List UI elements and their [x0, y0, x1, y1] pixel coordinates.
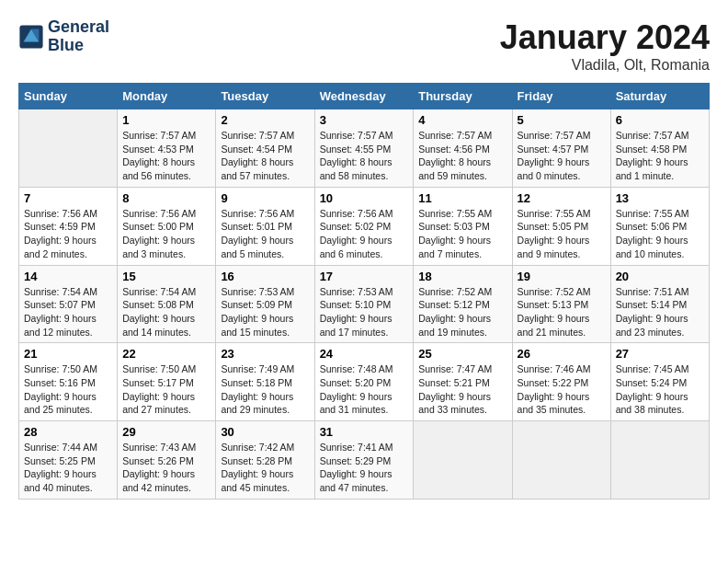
day-number: 8 [122, 191, 210, 205]
day-cell: 17Sunrise: 7:53 AMSunset: 5:10 PMDayligh… [314, 265, 414, 343]
day-cell [610, 421, 709, 500]
calendar-table: SundayMondayTuesdayWednesdayThursdayFrid… [18, 83, 710, 500]
day-number: 5 [518, 113, 606, 127]
day-cell: 6Sunrise: 7:57 AMSunset: 4:58 PMDaylight… [610, 109, 709, 188]
day-info: Sunrise: 7:50 AMSunset: 5:16 PMDaylight:… [24, 362, 112, 417]
title-block: January 2024 Vladila, Olt, Romania [500, 18, 710, 74]
day-number: 26 [518, 347, 606, 361]
page-header: General Blue January 2024 Vladila, Olt, … [18, 18, 710, 74]
day-cell: 22Sunrise: 7:50 AMSunset: 5:17 PMDayligh… [118, 343, 216, 421]
day-number: 1 [122, 113, 210, 127]
day-cell: 27Sunrise: 7:45 AMSunset: 5:24 PMDayligh… [610, 343, 709, 421]
day-info: Sunrise: 7:57 AMSunset: 4:53 PMDaylight:… [122, 129, 210, 183]
day-cell: 18Sunrise: 7:52 AMSunset: 5:12 PMDayligh… [414, 265, 512, 343]
day-cell [414, 421, 512, 500]
day-info: Sunrise: 7:57 AMSunset: 4:58 PMDaylight:… [616, 129, 704, 183]
day-info: Sunrise: 7:56 AMSunset: 5:02 PMDaylight:… [320, 207, 409, 261]
day-info: Sunrise: 7:42 AMSunset: 5:28 PMDaylight:… [221, 441, 309, 495]
weekday-header-sunday: Sunday [19, 84, 118, 109]
day-cell: 21Sunrise: 7:50 AMSunset: 5:16 PMDayligh… [19, 343, 118, 421]
day-cell: 20Sunrise: 7:51 AMSunset: 5:14 PMDayligh… [610, 265, 709, 343]
day-info: Sunrise: 7:57 AMSunset: 4:56 PMDaylight:… [418, 129, 506, 183]
day-cell: 4Sunrise: 7:57 AMSunset: 4:56 PMDaylight… [414, 109, 512, 188]
day-cell: 29Sunrise: 7:43 AMSunset: 5:26 PMDayligh… [118, 421, 216, 500]
day-cell [512, 421, 610, 500]
day-cell: 25Sunrise: 7:47 AMSunset: 5:21 PMDayligh… [414, 343, 512, 421]
day-number: 18 [418, 270, 506, 283]
logo-text: General Blue [48, 18, 109, 55]
day-number: 23 [221, 347, 309, 361]
weekday-header-saturday: Saturday [610, 84, 709, 109]
day-info: Sunrise: 7:55 AMSunset: 5:06 PMDaylight:… [616, 207, 704, 261]
day-cell: 30Sunrise: 7:42 AMSunset: 5:28 PMDayligh… [216, 421, 314, 500]
weekday-header-friday: Friday [512, 84, 610, 109]
day-cell: 23Sunrise: 7:49 AMSunset: 5:18 PMDayligh… [216, 343, 314, 421]
day-cell: 5Sunrise: 7:57 AMSunset: 4:57 PMDaylight… [512, 109, 610, 188]
day-cell: 2Sunrise: 7:57 AMSunset: 4:54 PMDaylight… [216, 109, 314, 188]
day-info: Sunrise: 7:54 AMSunset: 5:07 PMDaylight:… [24, 285, 112, 339]
week-row-4: 28Sunrise: 7:44 AMSunset: 5:25 PMDayligh… [19, 421, 710, 500]
day-cell: 8Sunrise: 7:56 AMSunset: 5:00 PMDaylight… [118, 187, 216, 265]
day-cell: 16Sunrise: 7:53 AMSunset: 5:09 PMDayligh… [216, 265, 314, 343]
day-number: 27 [616, 347, 704, 361]
day-cell: 10Sunrise: 7:56 AMSunset: 5:02 PMDayligh… [314, 187, 414, 265]
day-info: Sunrise: 7:57 AMSunset: 4:57 PMDaylight:… [518, 129, 606, 183]
day-info: Sunrise: 7:46 AMSunset: 5:22 PMDaylight:… [518, 362, 606, 417]
day-number: 3 [320, 113, 409, 127]
day-number: 6 [616, 113, 704, 127]
day-cell: 7Sunrise: 7:56 AMSunset: 4:59 PMDaylight… [19, 187, 118, 265]
day-number: 28 [24, 425, 112, 439]
day-number: 19 [518, 270, 606, 283]
day-number: 21 [24, 347, 112, 361]
day-number: 14 [24, 270, 112, 283]
day-info: Sunrise: 7:41 AMSunset: 5:29 PMDaylight:… [320, 441, 409, 495]
day-number: 10 [320, 191, 409, 205]
day-number: 4 [418, 113, 506, 127]
day-cell: 9Sunrise: 7:56 AMSunset: 5:01 PMDaylight… [216, 187, 314, 265]
day-number: 2 [221, 113, 309, 127]
day-info: Sunrise: 7:50 AMSunset: 5:17 PMDaylight:… [122, 362, 210, 417]
day-cell: 19Sunrise: 7:52 AMSunset: 5:13 PMDayligh… [512, 265, 610, 343]
day-info: Sunrise: 7:53 AMSunset: 5:09 PMDaylight:… [221, 285, 309, 339]
day-info: Sunrise: 7:57 AMSunset: 4:55 PMDaylight:… [320, 129, 409, 183]
day-cell: 12Sunrise: 7:55 AMSunset: 5:05 PMDayligh… [512, 187, 610, 265]
day-info: Sunrise: 7:45 AMSunset: 5:24 PMDaylight:… [616, 362, 704, 417]
day-cell: 15Sunrise: 7:54 AMSunset: 5:08 PMDayligh… [118, 265, 216, 343]
day-info: Sunrise: 7:49 AMSunset: 5:18 PMDaylight:… [221, 362, 309, 417]
month-title: January 2024 [500, 18, 710, 57]
weekday-header-row: SundayMondayTuesdayWednesdayThursdayFrid… [19, 84, 710, 109]
day-number: 24 [320, 347, 409, 361]
day-number: 11 [418, 191, 506, 205]
day-number: 31 [320, 425, 409, 439]
day-info: Sunrise: 7:57 AMSunset: 4:54 PMDaylight:… [221, 129, 309, 183]
day-number: 7 [24, 191, 112, 205]
day-info: Sunrise: 7:54 AMSunset: 5:08 PMDaylight:… [122, 285, 210, 339]
day-number: 16 [221, 270, 309, 283]
day-cell: 14Sunrise: 7:54 AMSunset: 5:07 PMDayligh… [19, 265, 118, 343]
day-info: Sunrise: 7:47 AMSunset: 5:21 PMDaylight:… [418, 362, 506, 417]
logo-icon [18, 24, 44, 50]
week-row-2: 14Sunrise: 7:54 AMSunset: 5:07 PMDayligh… [19, 265, 710, 343]
day-number: 12 [518, 191, 606, 205]
day-cell: 3Sunrise: 7:57 AMSunset: 4:55 PMDaylight… [314, 109, 414, 188]
day-cell: 26Sunrise: 7:46 AMSunset: 5:22 PMDayligh… [512, 343, 610, 421]
day-number: 29 [122, 425, 210, 439]
day-cell: 11Sunrise: 7:55 AMSunset: 5:03 PMDayligh… [414, 187, 512, 265]
day-info: Sunrise: 7:44 AMSunset: 5:25 PMDaylight:… [24, 441, 112, 495]
day-info: Sunrise: 7:52 AMSunset: 5:12 PMDaylight:… [418, 285, 506, 339]
day-cell: 31Sunrise: 7:41 AMSunset: 5:29 PMDayligh… [314, 421, 414, 500]
day-cell: 24Sunrise: 7:48 AMSunset: 5:20 PMDayligh… [314, 343, 414, 421]
week-row-0: 1Sunrise: 7:57 AMSunset: 4:53 PMDaylight… [19, 109, 710, 188]
logo: General Blue [18, 18, 109, 55]
day-number: 15 [122, 270, 210, 283]
day-number: 22 [122, 347, 210, 361]
day-number: 30 [221, 425, 309, 439]
week-row-3: 21Sunrise: 7:50 AMSunset: 5:16 PMDayligh… [19, 343, 710, 421]
weekday-header-wednesday: Wednesday [314, 84, 414, 109]
day-info: Sunrise: 7:56 AMSunset: 4:59 PMDaylight:… [24, 207, 112, 261]
day-info: Sunrise: 7:56 AMSunset: 5:01 PMDaylight:… [221, 207, 309, 261]
day-info: Sunrise: 7:52 AMSunset: 5:13 PMDaylight:… [518, 285, 606, 339]
day-info: Sunrise: 7:55 AMSunset: 5:03 PMDaylight:… [418, 207, 506, 261]
weekday-header-thursday: Thursday [414, 84, 512, 109]
day-info: Sunrise: 7:51 AMSunset: 5:14 PMDaylight:… [616, 285, 704, 339]
